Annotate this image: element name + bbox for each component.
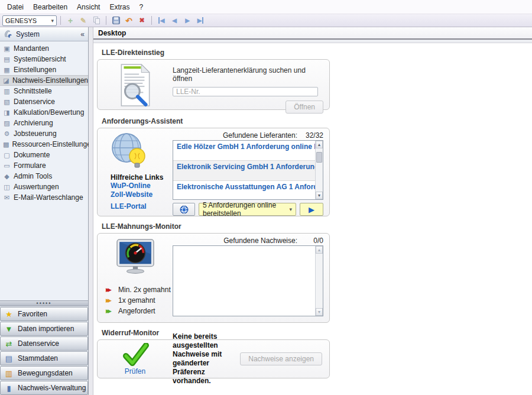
- admin-tools-icon: ◆: [3, 173, 11, 180]
- sidebar-section-label: Nachweis-Verwaltung: [18, 384, 86, 392]
- pencil-icon: ✎: [80, 17, 86, 25]
- delete-button[interactable]: ✖: [136, 15, 148, 26]
- sidebar-item-einstellungen[interactable]: ▦Einstellungen: [0, 64, 88, 75]
- first-record-button[interactable]: ◀: [155, 15, 167, 26]
- direkteinstieg-description: Langzeit-Lieferantenerklärung suchen und…: [173, 66, 323, 83]
- sidebar-item-archivierung[interactable]: ▨Archivierung: [0, 118, 88, 128]
- supplier-row[interactable]: Edle Hölzer GmbH 1 Anforderung online be…: [173, 141, 315, 161]
- run-action-button[interactable]: ▶: [300, 203, 323, 216]
- play-icon: ▶: [309, 205, 314, 214]
- scroll-down-icon[interactable]: ▼: [316, 192, 323, 199]
- sidebar-item-label: Dokumente: [14, 151, 50, 159]
- previous-record-button[interactable]: ◀: [168, 15, 180, 26]
- check-icon: [122, 343, 149, 367]
- menu-extras[interactable]: Extras: [105, 3, 134, 11]
- lle-number-input[interactable]: [173, 87, 318, 96]
- kalkulation-icon: ◨: [3, 109, 11, 116]
- save-button[interactable]: [110, 15, 122, 26]
- menu-datei[interactable]: Datei: [2, 3, 28, 11]
- assistent-panel: Hilfreiche Links WuP-Online Zoll-Website…: [97, 128, 330, 216]
- section-title-mahnungs-monitor: LLE-Mahnungs-Monitor: [102, 222, 532, 231]
- mahnung-icon-column: ▶▶Min. 2x gemahnt ▶▶1x gemahnt ▶▶Angefor…: [98, 234, 173, 322]
- copy-record-button[interactable]: [90, 15, 102, 26]
- sidebar-item-mandanten[interactable]: ▣Mandanten: [0, 43, 88, 54]
- helpful-links-title: Hilfreiche Links: [111, 173, 163, 182]
- open-button[interactable]: Öffnen: [286, 101, 323, 114]
- last-record-button[interactable]: ▶: [194, 15, 206, 26]
- collapse-sidebar-icon[interactable]: «: [80, 30, 85, 38]
- menu-help[interactable]: ?: [134, 3, 148, 11]
- legend-row-2x: ▶▶Min. 2x gemahnt: [106, 284, 171, 295]
- lle-portal-link[interactable]: LLE-Portal: [111, 202, 147, 211]
- panel-splitter[interactable]: [89, 27, 93, 395]
- scrollbar-track: [316, 254, 323, 308]
- scroll-down-icon[interactable]: ▼: [316, 308, 323, 316]
- nachweise-list-scrollbar[interactable]: ▲ ▼: [315, 246, 323, 316]
- nachweise-list: ▲ ▼: [173, 245, 323, 316]
- tab-desktop[interactable]: Desktop: [98, 29, 126, 37]
- sidebar-item-email-warteschlange[interactable]: ✉E-Mail-Warteschlange: [0, 192, 88, 203]
- supplier-list-scrollbar[interactable]: ▲ ▼: [315, 141, 323, 199]
- wup-globe-icon: [180, 205, 189, 214]
- legend-label: Min. 2x gemahnt: [118, 286, 171, 294]
- sidebar-item-datenservice[interactable]: ▧Datenservice: [0, 96, 88, 107]
- next-record-button[interactable]: ▶: [181, 15, 193, 26]
- sidebar-item-kalkulation[interactable]: ◨Kalkulation/Bewertung: [0, 107, 88, 118]
- sidebar-item-schnittstelle[interactable]: ▥Schnittstelle: [0, 86, 88, 96]
- new-record-button[interactable]: +: [64, 15, 76, 26]
- profile-combobox[interactable]: GENESYS ▾: [2, 15, 57, 26]
- wup-online-link[interactable]: WuP-Online: [111, 182, 151, 190]
- sidebar-item-auswertungen[interactable]: ◫Auswertungen: [0, 182, 88, 192]
- menu-bearbeiten[interactable]: Bearbeiten: [28, 3, 72, 11]
- undo-button[interactable]: ↶: [123, 15, 135, 26]
- chevron-down-icon: ▾: [289, 206, 292, 212]
- sidebar-section-nachweis-verwaltung[interactable]: ▮Nachweis-Verwaltung: [0, 381, 88, 395]
- scroll-up-icon[interactable]: ▲: [316, 246, 323, 254]
- sync-arrows-icon: ⇄: [4, 339, 14, 348]
- sidebar-item-ressourcen[interactable]: ▩Ressourcen-Einstellungen: [0, 139, 88, 150]
- found-suppliers-count: 32/32: [303, 131, 323, 140]
- sidebar-item-systemuebersicht[interactable]: ▤Systemübersicht: [0, 54, 88, 64]
- sidebar-section-label: Datenservice: [18, 339, 59, 348]
- sidebar-item-dokumente[interactable]: ▢Dokumente: [0, 150, 88, 160]
- sidebar-item-label: Einstellungen: [14, 66, 56, 74]
- show-nachweise-button[interactable]: Nachweise anzeigen: [240, 352, 322, 365]
- widerruf-message-line: Präferenz vorhanden.: [173, 368, 240, 386]
- edit-record-button[interactable]: ✎: [77, 15, 89, 26]
- plus-icon: +: [68, 16, 73, 25]
- tab-strip: Desktop: [93, 27, 532, 40]
- document-search-icon: [116, 63, 155, 107]
- menu-ansicht[interactable]: Ansicht: [72, 3, 105, 11]
- import-arrow-icon: ▼: [4, 325, 14, 334]
- anforderungen-action-select[interactable]: 5 Anforderungen online bereitstellen ▾: [199, 203, 296, 216]
- sidebar-item-jobsteuerung[interactable]: ⚙Jobsteuerung: [0, 128, 88, 139]
- sidebar-item-label: Mandanten: [14, 44, 49, 53]
- sidebar-section-datenservice[interactable]: ⇄Datenservice: [0, 336, 88, 351]
- supplier-row[interactable]: Elektronik Servicing GmbH 1 Anforderung …: [173, 161, 315, 181]
- sidebar-section-stammdaten[interactable]: ▤Stammdaten: [0, 351, 88, 365]
- sidebar-item-list: ▣Mandanten ▤Systemübersicht ▦Einstellung…: [0, 41, 88, 203]
- sidebar-item-label: Jobsteuerung: [14, 129, 57, 138]
- sidebar-item-nachweis-einstellungen[interactable]: ◪Nachweis-Einstellungen: [0, 75, 88, 86]
- sidebar-section-daten-importieren[interactable]: ▼Daten importieren: [0, 322, 88, 336]
- mahnungs-monitor-panel: ▶▶Min. 2x gemahnt ▶▶1x gemahnt ▶▶Angefor…: [97, 233, 330, 323]
- sidebar-item-admin-tools[interactable]: ◆Admin Tools: [0, 171, 88, 182]
- online-provide-button[interactable]: [173, 203, 195, 216]
- sidebar-item-label: Auswertungen: [14, 183, 59, 191]
- first-record-icon: ◀: [158, 17, 165, 24]
- supplier-row[interactable]: Elektronische Ausstattungen AG 1 Anforde…: [173, 181, 315, 199]
- sidebar-item-label: Admin Tools: [14, 172, 52, 180]
- zoll-website-link[interactable]: Zoll-Website: [111, 190, 153, 199]
- direkteinstieg-panel: Langzeit-Lieferantenerklärung suchen und…: [97, 59, 330, 110]
- sidebar-splitter-handle[interactable]: •••••: [0, 300, 88, 306]
- pruefen-link[interactable]: Prüfen: [125, 367, 145, 375]
- star-icon: ★: [4, 310, 14, 319]
- legend-row-1x: ▶▶1x gemahnt: [106, 295, 171, 306]
- ressourcen-icon: ▩: [3, 141, 9, 148]
- sidebar-section-bewegungsdaten[interactable]: ▥Bewegungsdaten: [0, 366, 88, 380]
- scrollbar-thumb[interactable]: [316, 152, 322, 163]
- sidebar-item-formulare[interactable]: ▭Formulare: [0, 160, 88, 171]
- scroll-up-icon[interactable]: ▲: [316, 141, 323, 148]
- sidebar-section-favoriten[interactable]: ★Favoriten: [0, 307, 88, 321]
- formulare-icon: ▭: [3, 162, 11, 170]
